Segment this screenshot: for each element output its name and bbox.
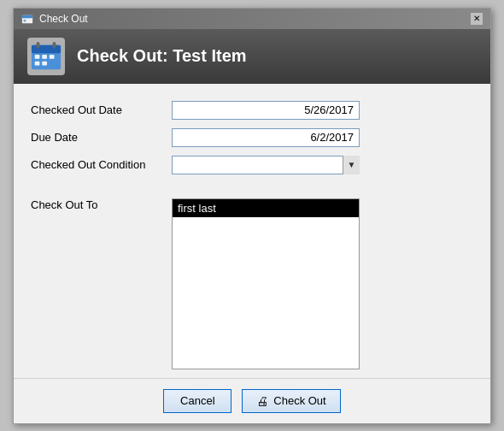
svg-rect-4 <box>32 44 61 53</box>
svg-rect-6 <box>42 55 47 59</box>
checkout-to-list[interactable]: first last <box>172 198 360 369</box>
checkout-button-icon: 🖨 <box>256 394 268 408</box>
svg-rect-2 <box>24 19 26 21</box>
checked-out-date-input[interactable] <box>172 101 360 120</box>
checkout-to-row: Check Out To first last <box>31 198 473 369</box>
title-bar-text: Check Out <box>39 13 88 25</box>
svg-rect-5 <box>35 55 40 59</box>
window-icon <box>21 12 34 26</box>
checked-out-condition-label: Checked Out Condition <box>31 158 163 171</box>
checked-out-condition-wrapper: ▼ <box>172 156 360 174</box>
checkout-to-label: Check Out To <box>31 198 163 211</box>
checkout-to-item[interactable]: first last <box>173 199 359 217</box>
due-date-label: Due Date <box>31 131 163 144</box>
checked-out-condition-row: Checked Out Condition ▼ <box>31 156 473 174</box>
due-date-input[interactable] <box>172 128 360 147</box>
svg-rect-11 <box>53 41 56 48</box>
checkout-label: Check Out <box>273 394 325 407</box>
due-date-row: Due Date <box>31 128 473 147</box>
header-icon <box>27 38 65 75</box>
svg-rect-10 <box>37 41 40 48</box>
title-bar-left: Check Out <box>21 12 88 26</box>
svg-rect-1 <box>22 15 32 18</box>
svg-rect-7 <box>50 55 55 59</box>
check-out-window: Check Out ✕ Check Out: Test Item Che <box>13 8 491 424</box>
svg-rect-8 <box>35 61 40 65</box>
title-bar: Check Out ✕ <box>14 9 490 29</box>
button-bar: Cancel 🖨 Check Out <box>14 378 490 423</box>
form-area: Checked Out Date Due Date Checked Out Co… <box>14 84 490 378</box>
checked-out-condition-select[interactable] <box>172 156 360 174</box>
svg-rect-9 <box>42 61 47 65</box>
close-button[interactable]: ✕ <box>470 12 483 26</box>
checked-out-date-label: Checked Out Date <box>31 103 163 116</box>
cancel-button[interactable]: Cancel <box>163 389 231 413</box>
header-title: Check Out: Test Item <box>77 46 247 66</box>
checkout-button[interactable]: 🖨 Check Out <box>242 389 340 413</box>
header-bar: Check Out: Test Item <box>14 29 490 84</box>
checked-out-date-row: Checked Out Date <box>31 101 473 120</box>
cancel-label: Cancel <box>180 394 214 407</box>
